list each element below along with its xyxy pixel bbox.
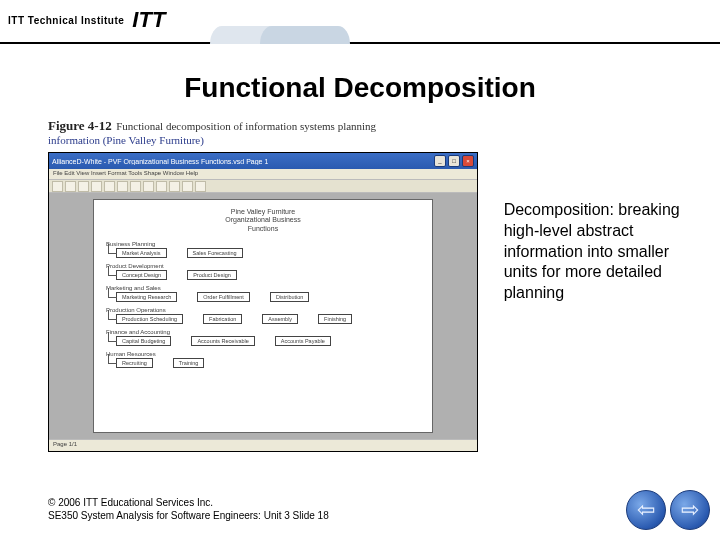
category-label: Finance and Accounting [104,329,422,335]
diagram-box: Training [173,358,205,368]
category-items: Market AnalysisSales Forecasting [104,248,422,258]
app-window: AllianceD-White - PVF Organizational Bus… [48,152,478,452]
category-items: Production SchedulingFabricationAssembly… [104,314,422,324]
menubar[interactable]: File Edit View Insert Format Tools Shape… [49,169,477,180]
diagram-box: Distribution [270,292,310,302]
window-title: AllianceD-White - PVF Organizational Bus… [52,158,268,165]
toolbar [49,180,477,193]
maximize-button[interactable]: □ [448,155,460,167]
diagram-box: Marketing Research [116,292,177,302]
category-group: Finance and AccountingCapital BudgetingA… [104,329,422,346]
diagram-box: Order Fulfillment [197,292,250,302]
diagram-box: Product Design [187,270,237,280]
minimize-button[interactable]: _ [434,155,446,167]
slide-footer: © 2006 ITT Educational Services Inc. SE3… [48,496,329,522]
diagram-box: Concept Design [116,270,167,280]
diagram-head-line: Pine Valley Furniture [104,208,422,216]
course-info: SE350 System Analysis for Software Engin… [48,509,329,522]
logo: ITT Technical Institute ITT [8,4,165,36]
diagram-heading: Pine Valley Furniture Organizational Bus… [104,208,422,233]
arrow-right-icon: ⇨ [681,497,699,523]
figure-label: Figure 4-12 [48,118,112,133]
toolbar-button[interactable] [130,181,141,192]
diagram-box: Market Analysis [116,248,167,258]
category-group: Human ResourcesRecruitingTraining [104,351,422,368]
category-group: Production OperationsProduction Scheduli… [104,307,422,324]
prev-button[interactable]: ⇦ [626,490,666,530]
institute-name: ITT Technical Institute [8,15,124,26]
category-label: Production Operations [104,307,422,313]
toolbar-button[interactable] [182,181,193,192]
category-group: Marketing and SalesMarketing ResearchOrd… [104,285,422,302]
definition-text: Decomposition: breaking high-level abstr… [504,200,690,452]
diagram-box: Fabrication [203,314,242,324]
toolbar-button[interactable] [156,181,167,192]
diagram-head-line: Functions [104,225,422,233]
diagram-box: Finishing [318,314,352,324]
canvas: Pine Valley Furniture Organizational Bus… [49,193,477,439]
header-decoration [210,26,370,44]
toolbar-button[interactable] [104,181,115,192]
slide-header: ITT Technical Institute ITT [0,0,720,44]
category-group: Business PlanningMarket AnalysisSales Fo… [104,241,422,258]
toolbar-button[interactable] [78,181,89,192]
category-label: Product Development [104,263,422,269]
figure-subtitle: information (Pine Valley Furniture) [48,134,480,146]
toolbar-button[interactable] [52,181,63,192]
toolbar-button[interactable] [91,181,102,192]
toolbar-button[interactable] [169,181,180,192]
diagram-box: Recruiting [116,358,153,368]
category-items: RecruitingTraining [104,358,422,368]
toolbar-button[interactable] [65,181,76,192]
category-label: Business Planning [104,241,422,247]
window-controls: _ □ × [434,155,474,167]
diagram-head-line: Organizational Business [104,216,422,224]
toolbar-button[interactable] [143,181,154,192]
diagram-box: Accounts Payable [275,336,331,346]
close-button[interactable]: × [462,155,474,167]
category-items: Capital BudgetingAccounts ReceivableAcco… [104,336,422,346]
diagram-box: Production Scheduling [116,314,183,324]
category-group: Product DevelopmentConcept DesignProduct… [104,263,422,280]
statusbar: Page 1/1 [49,439,477,451]
slide-title: Functional Decomposition [0,72,720,104]
diagram-box: Assembly [262,314,298,324]
figure-title: Functional decomposition of information … [116,120,376,132]
diagram-box: Capital Budgeting [116,336,171,346]
category-label: Marketing and Sales [104,285,422,291]
toolbar-button[interactable] [117,181,128,192]
arrow-left-icon: ⇦ [637,497,655,523]
diagram-box: Accounts Receivable [191,336,254,346]
figure-column: Figure 4-12 Functional decomposition of … [48,116,480,452]
toolbar-button[interactable] [195,181,206,192]
next-button[interactable]: ⇨ [670,490,710,530]
category-items: Marketing ResearchOrder FulfillmentDistr… [104,292,422,302]
category-label: Human Resources [104,351,422,357]
nav-buttons: ⇦ ⇨ [626,490,710,530]
copyright: © 2006 ITT Educational Services Inc. [48,496,329,509]
diagram-page: Pine Valley Furniture Organizational Bus… [93,199,433,433]
category-items: Concept DesignProduct Design [104,270,422,280]
logo-text: ITT [132,7,165,33]
diagram-box: Sales Forecasting [187,248,243,258]
window-titlebar: AllianceD-White - PVF Organizational Bus… [49,153,477,169]
